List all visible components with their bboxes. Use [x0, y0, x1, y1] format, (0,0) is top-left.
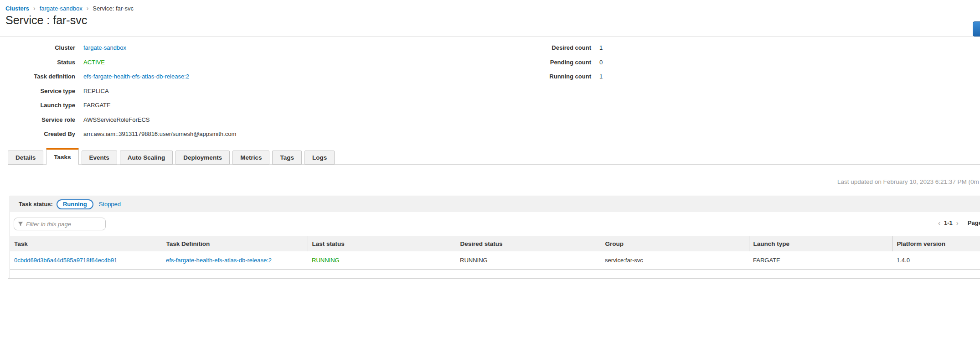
- detail-row-cluster: Cluster fargate-sandbox: [0, 41, 236, 55]
- detail-row-service-type: Service type REPLICA: [0, 84, 236, 99]
- ecs-service-page: { "colors": { "accent_orange": "#e17000"…: [0, 0, 980, 364]
- breadcrumb-clusters-link[interactable]: Clusters: [5, 5, 29, 12]
- detail-label: Task definition: [0, 73, 75, 80]
- breadcrumb-cluster-link[interactable]: fargate-sandbox: [40, 5, 83, 12]
- service-status-value: ACTIVE: [83, 59, 105, 66]
- tab-tasks[interactable]: Tasks: [46, 148, 78, 165]
- service-type-value: REPLICA: [83, 88, 109, 94]
- page-title: Service : far-svc: [5, 14, 87, 27]
- tab-tags[interactable]: Tags: [272, 151, 302, 165]
- detail-label: Created By: [0, 130, 75, 137]
- detail-label: Pending count: [515, 59, 591, 66]
- task-definition-link[interactable]: efs-fargate-health-efs-atlas-db-release:…: [83, 73, 189, 80]
- detail-label: Service role: [0, 116, 75, 123]
- row-group: service:far-svc: [605, 257, 643, 264]
- detail-row-service-role: Service role AWSServiceRoleForECS: [0, 113, 236, 127]
- row-desired-status: RUNNING: [460, 257, 488, 264]
- pagination-next-icon[interactable]: ›: [954, 219, 961, 227]
- detail-label: Service type: [0, 88, 75, 94]
- pagination: ‹ 1-1 › Page size: [935, 219, 980, 227]
- task-status-filter-running[interactable]: Running: [57, 199, 93, 209]
- column-header-group[interactable]: Group: [601, 236, 749, 251]
- detail-row-task-definition: Task definition efs-fargate-health-efs-a…: [0, 69, 236, 84]
- pagination-range: 1-1: [943, 219, 954, 226]
- table-header-row: Task Task Definition Last status Desired…: [10, 236, 980, 251]
- running-count-value: 1: [599, 73, 603, 80]
- service-details-left: Cluster fargate-sandbox Status ACTIVE Ta…: [0, 41, 236, 141]
- detail-label: Cluster: [0, 44, 75, 51]
- last-updated-text: Last updated on February 10, 2023 6:21:3…: [837, 178, 980, 185]
- detail-row-status: Status ACTIVE: [0, 55, 236, 70]
- filter-funnel-icon: [18, 221, 23, 227]
- row-task-definition-link[interactable]: efs-fargate-health-efs-atlas-db-release:…: [166, 257, 272, 264]
- breadcrumb: Clusters › fargate-sandbox › Service: fa…: [5, 5, 134, 12]
- column-header-desired-status[interactable]: Desired status: [456, 236, 601, 251]
- tasks-table: Task Task Definition Last status Desired…: [10, 236, 980, 270]
- task-id-link[interactable]: 0cbdd69d3b6a44d585a9718f64ec4b91: [14, 257, 117, 264]
- filter-box[interactable]: [14, 218, 106, 230]
- tab-details[interactable]: Details: [8, 151, 43, 165]
- column-header-launch-type[interactable]: Launch type: [749, 236, 892, 251]
- update-service-button[interactable]: [973, 21, 980, 36]
- row-launch-type: FARGATE: [753, 257, 780, 264]
- service-details-right: Desired count 1 Pending count 0 Running …: [515, 41, 603, 84]
- detail-row-launch-type: Launch type FARGATE: [0, 98, 236, 113]
- detail-row-desired-count: Desired count 1: [515, 41, 603, 55]
- created-by-value: arn:aws:iam::391311798816:user/sumesh@ap…: [83, 130, 236, 137]
- tab-events[interactable]: Events: [82, 151, 117, 165]
- tab-auto-scaling[interactable]: Auto Scaling: [120, 151, 173, 165]
- row-last-status: RUNNING: [312, 257, 340, 264]
- pending-count-value: 0: [599, 59, 603, 66]
- tab-bar: Details Tasks Events Auto Scaling Deploy…: [8, 148, 337, 165]
- tab-logs[interactable]: Logs: [304, 151, 335, 165]
- breadcrumb-separator: ›: [87, 5, 89, 12]
- column-header-task-definition[interactable]: Task Definition: [162, 236, 308, 251]
- tab-metrics[interactable]: Metrics: [232, 151, 269, 165]
- pagination-prev-icon[interactable]: ‹: [935, 219, 943, 227]
- detail-label: Running count: [515, 73, 591, 80]
- task-status-bar: Task status: Running Stopped: [10, 196, 980, 212]
- row-platform-version: 1.4.0: [897, 257, 910, 264]
- tab-deployments[interactable]: Deployments: [175, 151, 230, 165]
- column-header-last-status[interactable]: Last status: [308, 236, 456, 251]
- detail-label: Desired count: [515, 44, 591, 51]
- breadcrumb-separator: ›: [33, 5, 36, 12]
- breadcrumb-current-service: Service: far-svc: [93, 5, 134, 12]
- table-row: 0cbdd69d3b6a44d585a9718f64ec4b91 efs-far…: [10, 251, 980, 269]
- column-header-task[interactable]: Task: [10, 236, 162, 251]
- detail-label: Launch type: [0, 102, 75, 109]
- detail-row-running-count: Running count 1: [515, 69, 603, 84]
- page-size-label: Page size: [968, 219, 980, 226]
- task-status-filter-stopped[interactable]: Stopped: [99, 201, 121, 208]
- filter-input[interactable]: [26, 221, 102, 228]
- detail-row-pending-count: Pending count 0: [515, 55, 603, 70]
- launch-type-value: FARGATE: [83, 102, 111, 109]
- service-role-value: AWSServiceRoleForECS: [83, 116, 150, 123]
- cluster-link[interactable]: fargate-sandbox: [83, 44, 126, 51]
- tasks-table-container: Task status: Running Stopped ‹ 1-1 › Pag…: [10, 196, 980, 279]
- detail-label: Status: [0, 59, 75, 66]
- column-header-platform-version[interactable]: Platform version: [892, 236, 980, 251]
- header-divider: [0, 36, 980, 37]
- task-status-label: Task status:: [19, 201, 53, 208]
- desired-count-value: 1: [599, 44, 603, 51]
- detail-row-created-by: Created By arn:aws:iam::391311798816:use…: [0, 127, 236, 141]
